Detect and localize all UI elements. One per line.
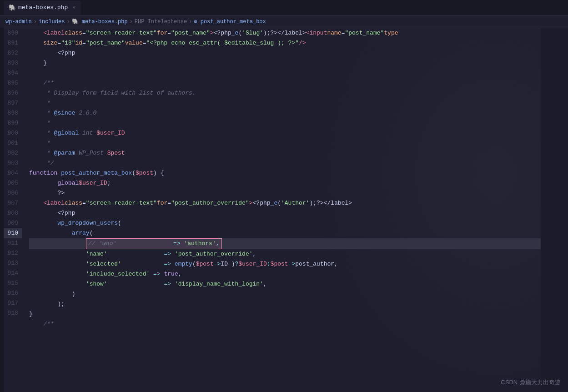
breadcrumb-part-1[interactable]: wp-admin (5, 19, 32, 25)
line-num-911: 911 (4, 238, 22, 248)
code-line-893 (29, 68, 541, 78)
breadcrumb-sep-4: › (189, 19, 192, 25)
line-num-892: 892 (4, 48, 22, 58)
code-line-903: function post_author_meta_box( $post ) { (29, 168, 541, 178)
code-line-906: <label class="screen-reader-text" for="p… (29, 198, 541, 208)
line-num-900: 900 (4, 128, 22, 138)
line-num-891: 891 (4, 38, 22, 48)
breadcrumb-part-2[interactable]: includes (39, 19, 65, 25)
minimap (541, 28, 568, 392)
code-line-911: 'name' => 'post_author_override', (29, 249, 541, 259)
code-line-891-cont: size="13" id="post_name" value="<?php ec… (29, 38, 541, 48)
code-line-896: * (29, 98, 541, 108)
breadcrumb-sep-2: › (66, 19, 70, 25)
line-num-912: 912 (4, 248, 22, 258)
code-line-915: ) (29, 289, 541, 299)
line-num-907: 907 (4, 198, 22, 208)
code-line-914: 'show' => 'display_name_with_login', (29, 279, 541, 289)
line-num-901: 901 (4, 138, 22, 148)
line-numbers: 890 891 892 893 894 895 896 897 898 899 … (4, 28, 25, 392)
code-line-916: ); (29, 299, 541, 309)
breadcrumb-part-3[interactable]: 🐘 meta-boxes.php (72, 18, 128, 25)
watermark: CSDN @施大力出奇迹 (501, 378, 561, 387)
line-num-903: 903 (4, 158, 22, 168)
code-line-912: 'selected' => empty( $post->ID ) ? $user… (29, 259, 541, 269)
line-num-902: 902 (4, 148, 22, 158)
code-line-913: 'include_selected' => true, (29, 269, 541, 279)
code-line-910: // 'who' => 'authors', (29, 238, 541, 249)
line-num-915: 915 (4, 278, 22, 288)
code-line-892: } (29, 58, 541, 68)
line-num-908: 908 (4, 208, 22, 218)
line-num-895: 895 (4, 78, 22, 88)
code-line-901: * @param WP_Post $post (29, 148, 541, 158)
code-line-898: * (29, 118, 541, 128)
line-num-894: 894 (4, 68, 22, 78)
line-num-890: 890 (4, 28, 22, 38)
code-line-918: /** (29, 319, 541, 329)
breadcrumb-sep-3: › (130, 19, 133, 25)
breadcrumb: wp-admin › includes › 🐘 meta-boxes.php ›… (0, 15, 568, 28)
line-num-918: 918 (4, 308, 22, 318)
left-sidebar (0, 28, 4, 392)
line-num-917: 917 (4, 298, 22, 308)
code-line-907: <?php (29, 208, 541, 218)
line-num-893: 893 (4, 58, 22, 68)
code-line-908: wp_dropdown_users( (29, 218, 541, 228)
code-line-905: ?> (29, 188, 541, 198)
line-num-896: 896 (4, 88, 22, 98)
php-icon: 🐘 (9, 5, 15, 11)
line-num-913: 913 (4, 258, 22, 268)
tab-bar: 🐘 meta-boxes.php × (0, 0, 568, 15)
editor-container: 890 891 892 893 894 895 896 897 898 899 … (0, 28, 568, 392)
line-num-899: 899 (4, 118, 22, 128)
line-num-906: 906 (4, 188, 22, 198)
breadcrumb-part-4: PHP Intelephense (135, 19, 187, 25)
line-num-909: 909 (4, 218, 22, 228)
line-num-897: 897 (4, 98, 22, 108)
code-line-899: * @global int $user_ID (29, 128, 541, 138)
code-line-891: <?php (29, 48, 541, 58)
tab-label: meta-boxes.php (18, 4, 68, 11)
line-num-914: 914 (4, 268, 22, 278)
line-num-904: 904 (4, 168, 22, 178)
code-line-890: <label class="screen-reader-text" for="p… (29, 28, 541, 38)
line-num-916: 916 (4, 288, 22, 298)
code-line-904: global $user_ID; (29, 178, 541, 188)
code-line-897: * @since 2.6.0 (29, 108, 541, 118)
tab-meta-boxes[interactable]: 🐘 meta-boxes.php × (4, 1, 81, 15)
code-line-895: * Display form field with list of author… (29, 88, 541, 98)
code-line-902: */ (29, 158, 541, 168)
line-num-910: 910 (4, 228, 22, 238)
code-line-900: * (29, 138, 541, 148)
line-num-905: 905 (4, 178, 22, 188)
code-line-917: } (29, 309, 541, 319)
code-area[interactable]: <label class="screen-reader-text" for="p… (25, 28, 541, 392)
line-num-898: 898 (4, 108, 22, 118)
breadcrumb-sep-1: › (34, 19, 37, 25)
code-line-894: /** (29, 78, 541, 88)
tab-close-button[interactable]: × (72, 5, 75, 10)
breadcrumb-part-5[interactable]: ⚙ post_author_meta_box (194, 18, 266, 25)
code-line-909: array( (29, 228, 541, 238)
